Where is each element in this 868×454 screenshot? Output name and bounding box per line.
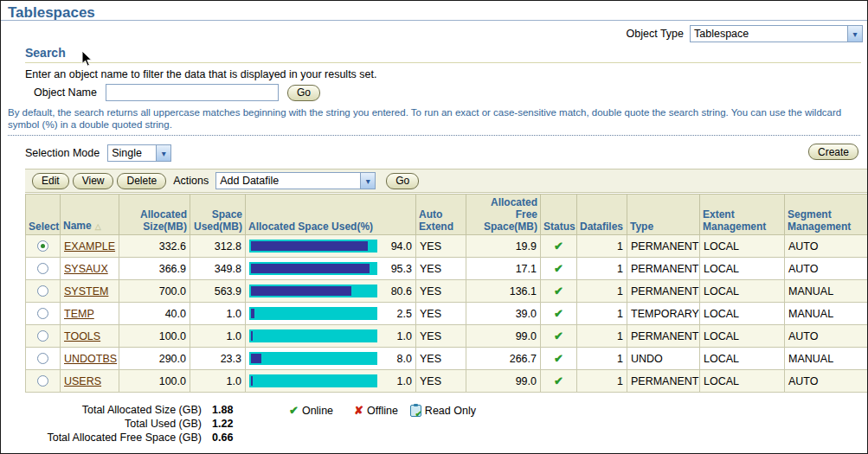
tablespace-name-link[interactable]: UNDOTBS [64,353,117,365]
row-select-radio[interactable] [37,375,48,387]
cell-allocated-size: 40.0 [119,303,190,325]
title-divider [1,20,867,21]
selection-mode-select[interactable]: Single ▾ [107,144,171,162]
table-row: SYSTEM 700.0 563.9 80.6 YES 136.1 ✔ 1 PE… [26,280,868,303]
col-status[interactable]: Status [541,195,577,235]
cell-extent-management: LOCAL [700,235,785,258]
cell-allocated-free-space: 19.9 [466,235,541,258]
tablespace-name-link[interactable]: TOOLS [64,330,100,342]
total-used-label: Total Used (GB) [1,417,202,431]
cell-segment-management: AUTO [785,370,868,393]
delete-button[interactable]: Delete [117,173,166,189]
cell-segment-management: MANUAL [785,303,868,325]
row-select-radio[interactable] [37,263,48,274]
usage-bar-fill [251,331,253,341]
cell-allocated-free-space: 99.0 [466,370,541,393]
table-header-row: Select Name△ Allocated Size(MB) Space Us… [26,195,868,235]
tablespace-name-link[interactable]: EXAMPLE [64,240,115,253]
actions-label: Actions [173,175,209,187]
cell-extent-management: LOCAL [700,325,785,348]
online-check-icon: ✔ [554,285,563,297]
cell-auto-extend: YES [416,325,466,348]
col-name[interactable]: Name△ [61,195,119,235]
col-segment-management[interactable]: Segment Management [785,195,868,235]
actions-go-button[interactable]: Go [386,173,419,189]
object-name-input[interactable] [106,84,279,101]
cell-space-used: 1.0 [190,370,246,393]
tablespace-name-link[interactable]: TEMP [64,308,94,320]
online-check-icon: ✔ [554,329,563,342]
col-datafiles[interactable]: Datafiles [577,195,627,235]
cell-space-used: 23.3 [190,348,246,370]
sort-ascending-icon: △ [95,222,101,231]
legend-offline-label: Offline [367,405,398,417]
usage-pct-value: 8.0 [397,353,412,365]
col-allocated-size[interactable]: Allocated Size(MB) [119,195,190,235]
usage-pct-value: 95.3 [391,263,412,275]
cell-allocated-free-space: 266.7 [466,348,541,370]
usage-pct-value: 1.0 [397,375,412,387]
edit-button[interactable]: Edit [32,173,69,189]
col-extent-management[interactable]: Extent Management [700,195,785,235]
usage-bar-fill [251,376,253,386]
cell-allocated-free-space: 17.1 [466,258,541,280]
usage-bar-track [249,329,377,342]
cell-status: ✔ [541,325,577,348]
object-type-select[interactable]: Tablespace ▾ [690,25,863,42]
read-only-icon: ✔ [410,405,421,417]
usage-pct-value: 1.0 [397,330,412,342]
row-select-radio[interactable] [37,330,48,342]
tablespace-name-link[interactable]: SYSTEM [64,285,108,297]
status-legend: ✔Online ✘Offline ✔Read Only [289,404,476,417]
cell-allocated-size: 100.0 [119,325,190,348]
cell-allocated-free-space: 136.1 [466,280,541,303]
chevron-down-icon[interactable]: ▾ [360,173,375,189]
col-space-used[interactable]: Space Used(MB) [190,195,246,235]
create-button[interactable]: Create [808,144,858,160]
usage-bar-fill [251,286,351,296]
row-select-radio[interactable] [37,308,48,319]
cell-allocated-free-space: 99.0 [466,325,541,348]
cell-auto-extend: YES [416,303,466,325]
chevron-down-icon[interactable]: ▾ [847,26,862,42]
cell-segment-management: AUTO [785,258,868,280]
offline-x-icon: ✘ [354,404,363,417]
cell-select [26,280,61,303]
cell-allocated-space-used-pct: 80.6 [246,280,416,303]
row-select-radio[interactable] [37,240,48,252]
actions-select[interactable]: Add Datafile ▾ [215,172,376,189]
tablespace-name-link[interactable]: USERS [64,375,101,387]
cell-allocated-space-used-pct: 1.0 [246,325,416,348]
cell-space-used: 312.8 [190,235,246,258]
tablespace-name-link[interactable]: SYSAUX [64,263,108,275]
usage-bar-fill [251,309,254,318]
total-allocated-value: 1.88 [212,403,233,417]
table-row: EXAMPLE 332.6 312.8 94.0 YES 19.9 ✔ 1 PE… [26,235,868,258]
actions-value: Add Datafile [216,175,360,187]
cell-space-used: 1.0 [190,325,246,348]
row-select-radio[interactable] [37,285,48,297]
chevron-down-icon[interactable]: ▾ [156,145,170,161]
cell-type: PERMANENT [627,258,700,280]
row-select-radio[interactable] [37,353,48,364]
view-button[interactable]: View [73,173,114,189]
dotted-divider [8,135,860,136]
total-allocated-label: Total Allocated Size (GB) [1,403,202,417]
col-allocated-free-space[interactable]: Allocated Free Space(MB) [466,195,541,235]
col-allocated-space-used-pct[interactable]: Allocated Space Used(%) [246,195,416,235]
usage-bar-track [249,307,377,320]
cell-select [26,370,61,393]
cell-select [26,348,61,370]
cell-status: ✔ [541,280,577,303]
cell-type: PERMANENT [627,280,700,303]
online-check-icon: ✔ [554,307,563,320]
cell-status: ✔ [541,370,577,393]
cell-type: UNDO [627,348,700,370]
cell-auto-extend: YES [416,348,466,370]
col-type[interactable]: Type [627,195,700,235]
cell-segment-management: AUTO [785,235,868,258]
search-go-button[interactable]: Go [287,85,320,101]
tablespaces-page: Tablespaces Object Type Tablespace ▾ Sea… [0,0,868,454]
legend-read-only-label: Read Only [425,405,476,417]
col-auto-extend[interactable]: Auto Extend [416,195,466,235]
